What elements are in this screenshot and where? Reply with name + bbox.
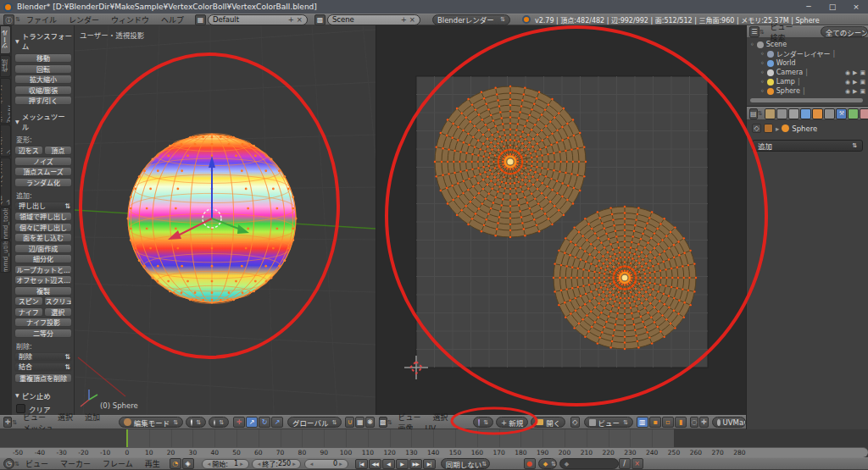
outliner-item-Sphere[interactable]: ◦Sphere|◉▶▣ (750, 86, 868, 96)
tool-button-面を差し込む[interactable]: 面を差し込む (14, 233, 72, 242)
close-button[interactable]: × (844, 0, 868, 14)
proportional-edit-icon[interactable]: ◌ (690, 417, 698, 428)
jump-to-end-button[interactable]: ▶| (423, 459, 436, 469)
tool-shelf-tab-作成[interactable]: 作成 (0, 55, 11, 77)
editor-type-outliner-icon[interactable]: ☰ (749, 26, 760, 37)
mode-select[interactable]: 編集モード ⇅ (119, 417, 183, 428)
panel-meshtools-header[interactable]: ▼ メッシュツール (15, 111, 72, 131)
render-tab-icon[interactable] (765, 108, 776, 119)
manipulator-rotate-icon[interactable]: ↻ (259, 417, 270, 428)
keying-select[interactable]: ◆ ⇅ (538, 458, 557, 469)
layout-delete-icon[interactable]: × (297, 15, 303, 24)
panel-transform-header[interactable]: ▼ トランスフォーム (15, 30, 72, 51)
tool-button-ナイフ投影[interactable]: ナイフ投影 (14, 318, 72, 327)
start-step-down-icon[interactable]: ◂ (208, 461, 211, 467)
tool-button-押し出し[interactable]: 押し出し⇅ (14, 202, 72, 211)
frame-step-up-icon[interactable]: ▸ (339, 461, 342, 467)
tool-button-移動[interactable]: 移動 (14, 53, 72, 63)
editor-type-properties-icon[interactable]: ▤ (749, 108, 758, 119)
frame-start-field[interactable]: ◂ 開始: 1 ▸ (202, 459, 249, 469)
menu-item-ウィンドウ[interactable]: ウィンドウ (111, 16, 149, 25)
manipulator-translate-icon[interactable]: ↗ (246, 417, 258, 428)
outliner-scrollbar[interactable] (750, 98, 863, 102)
add-modifier-button[interactable]: 追加 ⇅ (752, 140, 863, 152)
uv-edge-select-icon[interactable]: ▫ (662, 417, 674, 428)
editor-type-image-icon[interactable]: ▩ (379, 417, 387, 428)
outliner-item-World[interactable]: ◦World (750, 58, 868, 68)
pin-icon[interactable]: ◇ (752, 124, 761, 133)
expand-icon[interactable]: ◦ (760, 78, 765, 86)
menu-item-フレーム[interactable]: フレーム (103, 460, 133, 468)
insert-keyframe-icon[interactable]: / (619, 458, 631, 469)
tool-button-収縮/膨張[interactable]: 収縮/膨張 (14, 86, 72, 95)
tool-shelf-tab-シェーディング/UV[interactable]: シェーディング/UV (0, 78, 11, 124)
menu-item-ビュー[interactable]: ビュー (25, 460, 48, 468)
menu-item-ビュー[interactable]: ビュー (23, 413, 46, 422)
record-button[interactable]: ● (524, 458, 536, 469)
tool-button-選択[interactable]: 選択 (44, 307, 73, 317)
lock-icon[interactable]: ◈ (182, 458, 194, 469)
tool-button-辺/面作成[interactable]: 辺/面作成 (14, 244, 72, 253)
play-button[interactable]: ▶ (396, 459, 409, 469)
menu-item-追加[interactable]: 追加 (85, 413, 100, 422)
scene-delete-icon[interactable]: × (409, 15, 415, 24)
image-browse-select[interactable]: ⇅ (473, 417, 493, 428)
uv-pin-icon[interactable]: ◇ (570, 417, 579, 428)
orientation-select[interactable]: グローバル ⇅ (287, 417, 342, 428)
menu-item-レンダー[interactable]: レンダー (69, 16, 99, 25)
snap-element-icon[interactable]: ▦ (355, 417, 364, 428)
tool-button-複製[interactable]: 複製 (14, 286, 72, 296)
visibility-eye-icon[interactable]: ◉ (845, 88, 850, 95)
next-keyframe-button[interactable]: ▶▶ (409, 459, 422, 469)
material-tab-icon[interactable] (860, 108, 868, 119)
render-ao-icon[interactable]: ❋ (365, 417, 375, 428)
uv-face-select-icon[interactable]: ▮ (675, 417, 687, 428)
constraints-tab-icon[interactable] (824, 108, 835, 119)
editor-type-3dview-icon[interactable]: ✛ (3, 417, 12, 428)
outliner-display-select[interactable]: 全てのシーン (821, 26, 868, 37)
expand-icon[interactable]: ◦ (760, 87, 765, 95)
snap-uv-icon[interactable]: ✛ (699, 417, 708, 428)
scene-icon[interactable]: ▩ (314, 14, 326, 25)
uv-display-select[interactable]: ビュー ⇅ (584, 417, 633, 428)
editor-type-info-icon[interactable]: ⓘ (3, 14, 14, 25)
current-frame-field[interactable]: ◂ 0 ▸ (304, 459, 348, 469)
viewport-shading-select[interactable]: ⇅ (186, 417, 206, 428)
expand-icon[interactable]: ◦ (750, 41, 754, 48)
editor-type-timeline-icon[interactable]: ◷ (3, 458, 14, 469)
menu-item-ヘルプ[interactable]: ヘルプ (161, 16, 184, 25)
tool-button-辺をス[interactable]: 辺をス (14, 146, 43, 155)
play-reverse-button[interactable]: ◀ (382, 459, 395, 469)
tool-button-押す/引く[interactable]: 押す/引く (14, 96, 72, 105)
sync-select[interactable]: 同期しない ⇅ (441, 458, 490, 469)
tool-button-頂点スムーズ[interactable]: 頂点スムーズ (14, 167, 72, 176)
maximize-button[interactable]: □ (821, 0, 844, 14)
end-step-up-icon[interactable]: ▸ (292, 461, 296, 467)
outliner-item-Lamp[interactable]: ◦Lamp|◉▶▣ (750, 77, 868, 86)
frame-end-field[interactable]: ◂ 終了: 250 ▸ (252, 459, 301, 469)
keying-set-input[interactable]: ◆ (559, 458, 619, 469)
image-new-button[interactable]: + 新規 (496, 417, 528, 428)
manipulator-axes-icon[interactable]: ✛ (233, 417, 245, 428)
jump-to-start-button[interactable]: |◀ (355, 459, 368, 469)
modifiers-tab-icon[interactable]: ⚒ (836, 108, 847, 119)
tool-shelf-tab-mmd_utils[interactable]: mmd_utils (0, 241, 11, 273)
viewport-3d[interactable]: ユーザー・透視投影 (0) Sphere (75, 25, 376, 415)
timeline-ruler[interactable]: -50-40-30-20-100102030405060708090100110… (0, 447, 868, 457)
tool-button-領域で押し出し[interactable]: 領域で押し出し (14, 212, 72, 221)
panel-pin-header[interactable]: ▼ ピン止め (15, 390, 72, 401)
uv-sync-icon[interactable]: ▥ (637, 417, 648, 428)
manipulator-scale-icon[interactable]: ↗ (271, 417, 283, 428)
tool-button-頂点[interactable]: 頂点 (44, 146, 73, 155)
snap-magnet-icon[interactable]: ∪ (345, 417, 354, 428)
menu-item-選択[interactable]: 選択 (433, 413, 448, 422)
pivot-select[interactable]: ⇅ (209, 417, 229, 428)
outliner-item-Camera[interactable]: ◦Camera|◉▶▣ (750, 68, 868, 77)
menu-item-選択[interactable]: 選択 (58, 413, 73, 422)
object-tab-icon[interactable] (812, 108, 823, 119)
tool-shelf-tab-グリースペンシル[interactable]: グリースペンシル (0, 158, 11, 207)
tool-button-削除[interactable]: 削除⇅ (14, 352, 72, 362)
visibility-eye-icon[interactable]: ◉ (845, 79, 850, 86)
expand-icon[interactable]: ◦ (760, 69, 765, 76)
world-tab-icon[interactable] (800, 108, 811, 119)
